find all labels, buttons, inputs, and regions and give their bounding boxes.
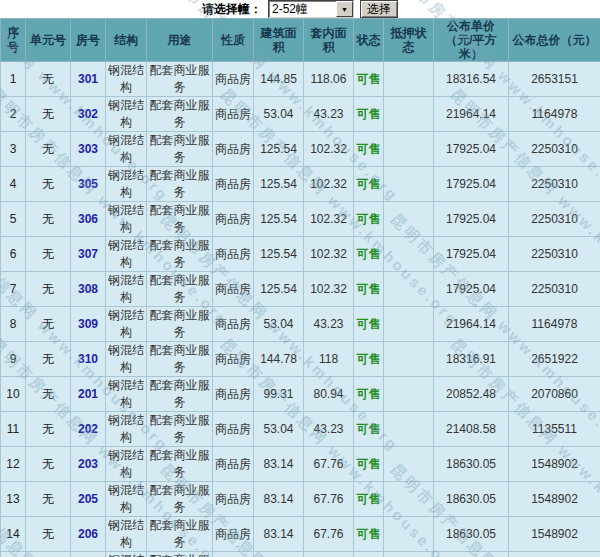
usage: 配套商业服务 bbox=[147, 62, 213, 97]
nature: 商品房 bbox=[213, 552, 254, 557]
room-number-link[interactable]: 309 bbox=[71, 307, 106, 342]
room-number-link[interactable]: 301 bbox=[71, 62, 106, 97]
status-link[interactable]: 可售 bbox=[354, 412, 384, 447]
status-link[interactable]: 可售 bbox=[354, 202, 384, 237]
column-header: 结构 bbox=[106, 19, 147, 62]
published-total-price: 1164978 bbox=[509, 97, 600, 132]
status-link[interactable]: 可售 bbox=[354, 377, 384, 412]
room-number-link[interactable]: 303 bbox=[71, 132, 106, 167]
row-seq: 7 bbox=[1, 272, 26, 307]
room-number-link[interactable]: 203 bbox=[71, 447, 106, 482]
room-number-link[interactable]: 302 bbox=[71, 97, 106, 132]
select-button[interactable]: 选择 bbox=[360, 0, 398, 18]
structure: 钢混结构 bbox=[106, 62, 147, 97]
published-unit-price: 18630.05 bbox=[434, 552, 509, 557]
row-seq: 3 bbox=[1, 132, 26, 167]
structure: 钢混结构 bbox=[106, 272, 147, 307]
structure: 钢混结构 bbox=[106, 412, 147, 447]
unit-number: 无 bbox=[26, 97, 71, 132]
nature: 商品房 bbox=[213, 237, 254, 272]
room-number-link[interactable]: 310 bbox=[71, 342, 106, 377]
structure: 钢混结构 bbox=[106, 552, 147, 557]
room-number-link[interactable]: 202 bbox=[71, 412, 106, 447]
status-link[interactable]: 可售 bbox=[354, 237, 384, 272]
status-link[interactable]: 可售 bbox=[354, 132, 384, 167]
usage: 配套商业服务 bbox=[147, 97, 213, 132]
status-link[interactable]: 可售 bbox=[354, 167, 384, 202]
published-unit-price: 18316.54 bbox=[434, 62, 509, 97]
column-header: 房号 bbox=[71, 19, 106, 62]
status-link[interactable]: 可售 bbox=[354, 62, 384, 97]
structure: 钢混结构 bbox=[106, 482, 147, 517]
unit-number: 无 bbox=[26, 517, 71, 552]
status-link[interactable]: 可售 bbox=[354, 272, 384, 307]
published-unit-price: 18630.05 bbox=[434, 482, 509, 517]
usage: 配套商业服务 bbox=[147, 482, 213, 517]
structure: 钢混结构 bbox=[106, 237, 147, 272]
usage: 配套商业服务 bbox=[147, 167, 213, 202]
table-row: 4无305钢混结构配套商业服务商品房125.54102.32可售17925.04… bbox=[1, 167, 600, 202]
nature: 商品房 bbox=[213, 342, 254, 377]
page: 昆明市房产信息网 www.kmhouse.org昆明市房产信息网 www.kmh… bbox=[0, 0, 600, 557]
published-total-price: 1548902 bbox=[509, 482, 600, 517]
inner-area: 43.23 bbox=[304, 97, 354, 132]
usage: 配套商业服务 bbox=[147, 377, 213, 412]
room-number-link[interactable]: 205 bbox=[71, 482, 106, 517]
nature: 商品房 bbox=[213, 202, 254, 237]
mortgage-status bbox=[384, 552, 434, 557]
row-seq: 9 bbox=[1, 342, 26, 377]
usage: 配套商业服务 bbox=[147, 202, 213, 237]
building-area: 53.04 bbox=[254, 97, 304, 132]
inner-area: 118 bbox=[304, 342, 354, 377]
column-header: 状态 bbox=[354, 19, 384, 62]
unit-number: 无 bbox=[26, 447, 71, 482]
status-link[interactable]: 可售 bbox=[354, 342, 384, 377]
published-total-price: 1135511 bbox=[509, 412, 600, 447]
room-number-link[interactable]: 307 bbox=[71, 237, 106, 272]
structure: 钢混结构 bbox=[106, 132, 147, 167]
room-number-link[interactable]: 207 bbox=[71, 552, 106, 557]
unit-number: 无 bbox=[26, 552, 71, 557]
room-number-link[interactable]: 306 bbox=[71, 202, 106, 237]
status-link[interactable]: 可售 bbox=[354, 482, 384, 517]
building-area: 125.54 bbox=[254, 202, 304, 237]
unit-number: 无 bbox=[26, 307, 71, 342]
status-link[interactable]: 可售 bbox=[354, 307, 384, 342]
room-number-link[interactable]: 201 bbox=[71, 377, 106, 412]
room-number-link[interactable]: 308 bbox=[71, 272, 106, 307]
room-number-link[interactable]: 305 bbox=[71, 167, 106, 202]
table-row: 10无201钢混结构配套商业服务商品房99.3180.94可售20852.482… bbox=[1, 377, 600, 412]
room-number-link[interactable]: 206 bbox=[71, 517, 106, 552]
table-header-row: 序号单元号房号结构用途性质建筑面积套内面积状态抵押状态公布单价（元/平方米）公布… bbox=[1, 19, 600, 62]
structure: 钢混结构 bbox=[106, 167, 147, 202]
status-link[interactable]: 可售 bbox=[354, 97, 384, 132]
nature: 商品房 bbox=[213, 97, 254, 132]
inner-area: 102.32 bbox=[304, 132, 354, 167]
mortgage-status bbox=[384, 132, 434, 167]
row-seq: 4 bbox=[1, 167, 26, 202]
published-unit-price: 17925.04 bbox=[434, 132, 509, 167]
structure: 钢混结构 bbox=[106, 97, 147, 132]
building-area: 125.54 bbox=[254, 272, 304, 307]
published-unit-price: 17925.04 bbox=[434, 272, 509, 307]
building-select[interactable]: 2-52幢 ▼ bbox=[268, 0, 354, 18]
table-row: 1无301钢混结构配套商业服务商品房144.85118.06可售18316.54… bbox=[1, 62, 600, 97]
status-link[interactable]: 可售 bbox=[354, 552, 384, 557]
published-total-price: 2250310 bbox=[509, 132, 600, 167]
chevron-down-icon[interactable]: ▼ bbox=[336, 1, 353, 17]
building-area: 53.04 bbox=[254, 307, 304, 342]
building-area: 83.14 bbox=[254, 552, 304, 557]
column-header: 性质 bbox=[213, 19, 254, 62]
status-link[interactable]: 可售 bbox=[354, 517, 384, 552]
building-area: 125.54 bbox=[254, 132, 304, 167]
inner-area: 80.94 bbox=[304, 377, 354, 412]
row-seq: 8 bbox=[1, 307, 26, 342]
mortgage-status bbox=[384, 237, 434, 272]
inner-area: 102.32 bbox=[304, 202, 354, 237]
status-link[interactable]: 可售 bbox=[354, 447, 384, 482]
structure: 钢混结构 bbox=[106, 307, 147, 342]
building-area: 144.78 bbox=[254, 342, 304, 377]
mortgage-status bbox=[384, 482, 434, 517]
published-total-price: 2250310 bbox=[509, 237, 600, 272]
unit-number: 无 bbox=[26, 377, 71, 412]
